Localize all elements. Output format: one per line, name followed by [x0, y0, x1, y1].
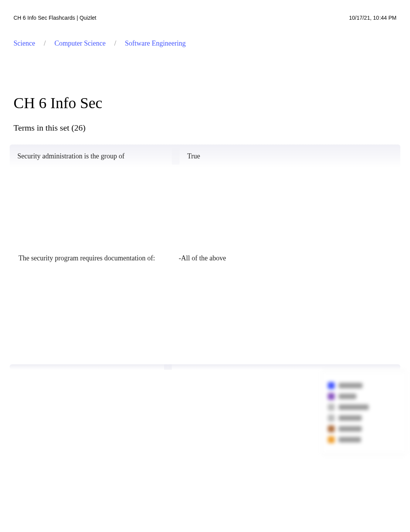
flashcard-row: The security program requires documentat… — [19, 253, 400, 264]
breadcrumb-link-software-engineering[interactable]: Software Engineering — [125, 39, 185, 47]
card-definition: -All of the above — [179, 253, 226, 264]
blurred-label — [339, 437, 361, 442]
blurred-label — [339, 394, 356, 399]
blurred-label — [339, 405, 369, 410]
blurred-icon — [328, 436, 335, 443]
blurred-study-panel — [322, 371, 405, 454]
page-title: CH 6 Info Sec — [0, 48, 410, 112]
blurred-item — [328, 425, 400, 432]
breadcrumb-separator: / — [44, 39, 46, 47]
blurred-icon — [328, 415, 335, 422]
terms-count: Terms in this set (26) — [0, 112, 410, 133]
card-definition: True — [187, 152, 200, 160]
card-divider — [172, 148, 180, 165]
card-edge — [10, 364, 400, 370]
breadcrumb-link-computer-science[interactable]: Computer Science — [54, 39, 105, 47]
blurred-item — [328, 393, 400, 400]
blurred-icon — [328, 425, 335, 432]
breadcrumb-link-science[interactable]: Science — [14, 39, 35, 47]
flashcard-row: Security administration is the group of … — [10, 144, 400, 168]
breadcrumb-separator: / — [114, 39, 116, 47]
card-term: Security administration is the group of — [17, 152, 172, 160]
blurred-label — [339, 415, 362, 421]
doc-timestamp: 10/17/21, 10 :44 PM — [349, 15, 396, 21]
blurred-icon — [328, 393, 335, 400]
breadcrumb: Science / Computer Science / Software En… — [0, 21, 410, 48]
blurred-label — [339, 383, 363, 388]
blurred-icon — [328, 382, 335, 389]
blurred-item — [328, 415, 400, 422]
blurred-label — [339, 426, 362, 432]
blurred-item — [328, 382, 400, 389]
doc-title: CH 6 Info Sec Flashcards | Quizlet — [14, 15, 97, 21]
card-term: The security program requires documentat… — [19, 253, 179, 264]
blurred-item — [328, 436, 400, 443]
print-header: CH 6 Info Sec Flashcards | Quizlet 10/17… — [0, 0, 410, 21]
blurred-item — [328, 404, 400, 411]
blurred-icon — [328, 404, 335, 411]
